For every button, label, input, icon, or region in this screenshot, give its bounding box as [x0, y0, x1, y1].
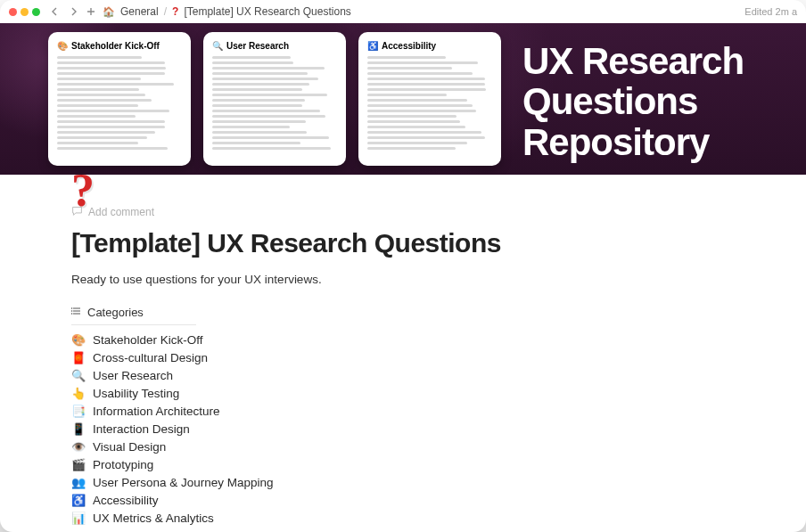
list-item[interactable]: 📊UX Metrics & Analytics: [71, 511, 735, 526]
list-item-label: Prototyping: [93, 458, 153, 471]
list-item-label: UX Metrics & Analytics: [93, 512, 214, 525]
list-item[interactable]: 👥User Persona & Journey Mapping: [71, 475, 735, 490]
list-item-label: User Persona & Journey Mapping: [93, 476, 274, 489]
breadcrumb-page-icon: ?: [172, 5, 178, 18]
last-edited-label: Edited 2m a: [744, 6, 797, 17]
chart-icon: 📊: [71, 512, 86, 525]
document-icon: 📑: [71, 405, 86, 418]
svg-point-0: [71, 307, 72, 309]
cover-hero-title: UX Research Questions Repository: [514, 32, 806, 166]
page-body: ? Add comment [Template] UX Research Que…: [0, 201, 806, 532]
list-item-label: Usability Testing: [93, 387, 179, 400]
phone-icon: 📱: [71, 422, 86, 436]
people-icon: 👥: [71, 476, 86, 489]
svg-point-2: [71, 313, 72, 315]
add-comment-button[interactable]: Add comment: [71, 201, 735, 223]
palette-icon: 🎨: [57, 41, 68, 51]
magnifier-icon: 🔍: [212, 41, 223, 51]
breadcrumb-separator: /: [164, 5, 167, 18]
finger-tap-icon: 👆: [71, 387, 86, 400]
cover-card-title: Accessibility: [382, 41, 436, 51]
cover-card-lines: [367, 56, 492, 150]
list-item-label: Visual Design: [93, 440, 166, 454]
zoom-window-icon[interactable]: [32, 8, 40, 16]
palette-icon: 🎨: [71, 333, 86, 347]
list-icon: [71, 306, 82, 319]
magnifier-icon: 🔍: [71, 369, 86, 382]
categories-header[interactable]: Categories: [71, 306, 196, 325]
list-item-label: Accessibility: [93, 494, 159, 507]
breadcrumb: 🏠 General / ? [Template] UX Research Que…: [103, 5, 351, 18]
minimize-window-icon[interactable]: [21, 8, 29, 16]
svg-point-1: [71, 310, 72, 312]
list-item-label: Information Architecture: [93, 405, 220, 418]
cover-card-title: User Research: [226, 41, 289, 51]
list-item[interactable]: 🎨Stakeholder Kick-Off: [71, 332, 735, 348]
cover-card-title: Stakeholder Kick-Off: [71, 41, 160, 51]
list-item[interactable]: 👁️Visual Design: [71, 439, 735, 454]
list-item[interactable]: ♿Accessibility: [71, 493, 735, 508]
cover-card-accessibility: ♿Accessibility: [358, 32, 501, 166]
new-tab-icon[interactable]: [85, 5, 97, 18]
list-item[interactable]: 📱Interaction Design: [71, 422, 735, 437]
list-item-label: Interaction Design: [93, 422, 190, 436]
list-item[interactable]: 🔍User Research: [71, 368, 735, 383]
list-item[interactable]: 📑Information Architecture: [71, 404, 735, 419]
page-title[interactable]: [Template] UX Research Questions: [71, 228, 735, 258]
categories-header-label: Categories: [87, 306, 144, 319]
list-item-label: Cross-cultural Design: [93, 351, 208, 364]
forward-icon[interactable]: [67, 5, 79, 18]
page-subtitle[interactable]: Ready to use questions for your UX inter…: [71, 273, 735, 286]
breadcrumb-root[interactable]: General: [120, 5, 159, 18]
accessibility-icon: ♿: [71, 494, 86, 507]
cover-image: 🎨Stakeholder Kick-Off 🔍User Research ♿Ac…: [0, 23, 806, 175]
lantern-icon: 🧧: [71, 351, 86, 364]
home-icon[interactable]: 🏠: [103, 6, 115, 18]
list-item[interactable]: 👆Usability Testing: [71, 386, 735, 401]
list-item[interactable]: 🧧Cross-cultural Design: [71, 350, 735, 365]
back-icon[interactable]: [49, 5, 62, 18]
categories-list: 🎨Stakeholder Kick-Off 🧧Cross-cultural De…: [71, 332, 735, 526]
accessibility-icon: ♿: [367, 41, 378, 51]
breadcrumb-page[interactable]: [Template] UX Research Questions: [184, 5, 350, 18]
window-traffic-lights: [9, 8, 40, 16]
cover-card-lines: [57, 56, 182, 150]
list-item[interactable]: 🎬Prototyping: [71, 457, 735, 472]
clapper-icon: 🎬: [71, 458, 86, 471]
list-item-label: Stakeholder Kick-Off: [93, 333, 203, 347]
page-icon[interactable]: ?: [71, 168, 125, 221]
topbar: 🏠 General / ? [Template] UX Research Que…: [0, 0, 806, 23]
cover-card-lines: [212, 56, 337, 150]
eye-icon: 👁️: [71, 440, 86, 454]
close-window-icon[interactable]: [9, 8, 17, 16]
cover-card-stakeholder: 🎨Stakeholder Kick-Off: [48, 32, 191, 166]
cover-card-user-research: 🔍User Research: [203, 32, 346, 166]
list-item-label: User Research: [93, 369, 173, 382]
